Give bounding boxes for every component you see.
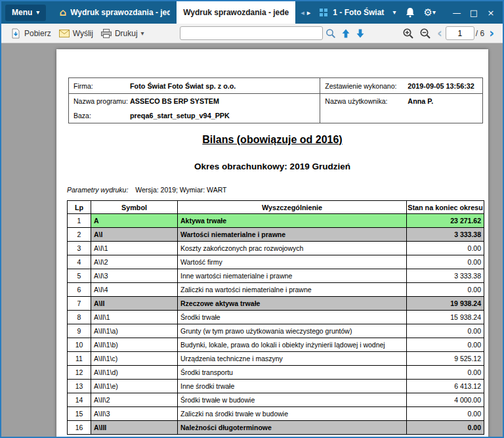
report-cell-symbol: A\I <box>91 228 178 242</box>
menu-button-label: Menu <box>12 8 32 17</box>
send-label: Wyślij <box>73 29 93 38</box>
find-previous-button[interactable] <box>339 27 353 40</box>
report-cell-symbol: A\II\1\d) <box>91 366 178 380</box>
menu-button[interactable]: Menu ▾ <box>5 5 46 21</box>
titlebar: Menu ▾ ⌂ Wydruk sprawozdania - jeden Wyd… <box>1 1 503 24</box>
notifications-bell-icon[interactable] <box>406 7 415 18</box>
report-cell-lp: 6 <box>68 283 91 297</box>
parameters-label: Parametry wydruku: <box>67 186 128 194</box>
report-parameters: Parametry wydruku: Wersja: 2019; Wymiar:… <box>67 186 484 194</box>
report-row: 5A\I\3Inne wartości niematerialne i praw… <box>68 269 484 283</box>
report-cell-value: 9 525.12 <box>407 352 484 366</box>
report-cell-symbol: A\II\1 <box>91 311 178 324</box>
info-right-column: Zestawienie wykonano: 2019-09-05 13:56:3… <box>320 78 482 123</box>
report-cell-symbol: A\I\3 <box>91 269 178 283</box>
workspace-chevron-icon[interactable]: ▾ <box>392 9 396 16</box>
search-icon <box>326 28 336 39</box>
info-label: Nazwa użytkownika: <box>325 97 408 105</box>
report-cell-name: Urządzenia techniczne i maszyny <box>178 352 407 366</box>
preview-area[interactable]: Firma: Foto Świat Foto Świat sp. z o.o. … <box>1 43 503 437</box>
settings-gear-icon[interactable]: ⚙▾ <box>424 7 436 18</box>
close-button[interactable]: × <box>483 8 499 18</box>
arrow-down-icon <box>356 28 365 39</box>
report-cell-value: 0.00 <box>407 407 484 421</box>
print-chevron-icon: ▾ <box>141 30 144 37</box>
report-cell-value: 3 333.38 <box>407 269 484 283</box>
report-row: 16A\IIINależności długoterminowe0.00 <box>68 421 484 435</box>
report-cell-name: Zaliczki na wartości niematerialne i pra… <box>178 283 407 297</box>
envelope-icon <box>59 30 70 37</box>
info-value: Foto Świat Foto Świat sp. z o.o. <box>130 82 236 90</box>
report-cell-name: Zaliczki na środki trwałe w budowie <box>178 407 407 421</box>
info-value: 2019-09-05 13:56:32 <box>408 82 474 90</box>
tab-report-active[interactable]: Wydruk sprawozdania - jede <box>177 1 295 24</box>
parameters-value: Wersja: 2019; Wymiar: WART <box>135 186 226 194</box>
report-cell-name: Wartości niematerialne i prawne <box>178 228 407 242</box>
report-cell-name: Aktywa trwałe <box>178 214 407 228</box>
report-cell-symbol: A\II\2 <box>91 393 178 407</box>
report-cell-lp: 10 <box>68 338 91 352</box>
next-page-button[interactable]: › <box>486 27 497 39</box>
report-cell-value: 0.00 <box>407 283 484 297</box>
report-cell-lp: 4 <box>68 255 91 269</box>
tab-report-inactive[interactable]: ⌂ Wydruk sprawozdania - jeden <box>52 1 177 24</box>
report-cell-lp: 5 <box>68 269 91 283</box>
tab-scroll-left-icon[interactable]: ◂ <box>301 9 304 17</box>
report-cell-name: Środki trwałe w budowie <box>178 393 407 407</box>
report-table: Lp Symbol Wyszczególnienie Stan na konie… <box>67 200 484 435</box>
arrow-up-icon <box>341 28 350 39</box>
report-cell-lp: 13 <box>68 380 91 393</box>
titlebar-right-cluster: ▾ ⚙▾ — □ × <box>392 7 503 18</box>
report-cell-lp: 14 <box>68 393 91 407</box>
report-cell-value: 4 000.00 <box>407 393 484 407</box>
report-cell-value: 15 938.24 <box>407 311 484 324</box>
report-cell-symbol: A\II\3 <box>91 407 178 421</box>
report-cell-name: Koszty zakończonych prac rozwojowych <box>178 242 407 255</box>
report-cell-value: 0.00 <box>407 242 484 255</box>
report-cell-name: Wartość firmy <box>178 255 407 269</box>
grid-icon <box>320 9 328 17</box>
report-title: Bilans (obowiązuje od 2016) <box>56 134 488 146</box>
tab-scroller: ◂ ▸ <box>301 9 310 17</box>
minimize-button[interactable]: — <box>449 8 465 18</box>
report-cell-name: Inne środki trwałe <box>178 380 407 393</box>
report-row: 11A\II\1\c)Urządzenia techniczne i maszy… <box>68 352 484 366</box>
search-button[interactable] <box>323 27 339 40</box>
previous-page-button[interactable]: ‹ <box>434 27 446 39</box>
header-symbol: Symbol <box>91 201 178 214</box>
toolbar: Pobierz Wyślij Drukuj ▾ <box>1 24 503 43</box>
info-label: Baza: <box>74 112 130 120</box>
workspace-selector[interactable]: 1 - Foto Świat <box>320 8 384 17</box>
maximize-button[interactable]: □ <box>466 8 482 18</box>
printer-icon <box>101 29 112 38</box>
header-lp: Lp <box>68 201 91 214</box>
page-number-input[interactable] <box>446 26 474 40</box>
report-cell-name: Środki transportu <box>178 366 407 380</box>
report-cell-lp: 1 <box>68 214 91 228</box>
report-cell-value: 19 938.24 <box>407 297 484 311</box>
info-label: Zestawienie wykonano: <box>325 82 408 90</box>
tab-label: Wydruk sprawozdania - jeden <box>70 8 170 17</box>
report-table-body: 1AAktywa trwałe23 271.622A\IWartości nie… <box>68 214 484 435</box>
report-cell-value: 6 413.12 <box>407 380 484 393</box>
download-button[interactable]: Pobierz <box>7 26 55 41</box>
report-row: 15A\II\3Zaliczki na środki trwałe w budo… <box>68 407 484 421</box>
find-next-button[interactable] <box>353 27 368 40</box>
home-icon: ⌂ <box>59 8 66 18</box>
report-cell-name: Środki trwałe <box>178 311 407 324</box>
tab-scroll-right-icon[interactable]: ▸ <box>307 9 311 17</box>
report-cell-name: Rzeczowe aktywa trwałe <box>178 297 407 311</box>
report-row: 10A\II\1\b)Budynki, lokale, prawa do lok… <box>68 338 484 352</box>
report-cell-lp: 9 <box>68 324 91 338</box>
zoom-out-icon <box>419 28 431 39</box>
search-input[interactable] <box>183 28 320 39</box>
zoom-out-button[interactable] <box>417 26 434 41</box>
report-cell-value: 0.00 <box>407 366 484 380</box>
report-cell-value: 3 333.38 <box>407 228 484 242</box>
send-button[interactable]: Wyślij <box>55 27 97 40</box>
zoom-in-button[interactable] <box>400 26 417 41</box>
print-button[interactable]: Drukuj ▾ <box>97 27 148 40</box>
workspace-label: 1 - Foto Świat <box>333 8 384 17</box>
window-controls: — □ × <box>449 8 499 18</box>
print-label: Drukuj <box>115 29 138 38</box>
